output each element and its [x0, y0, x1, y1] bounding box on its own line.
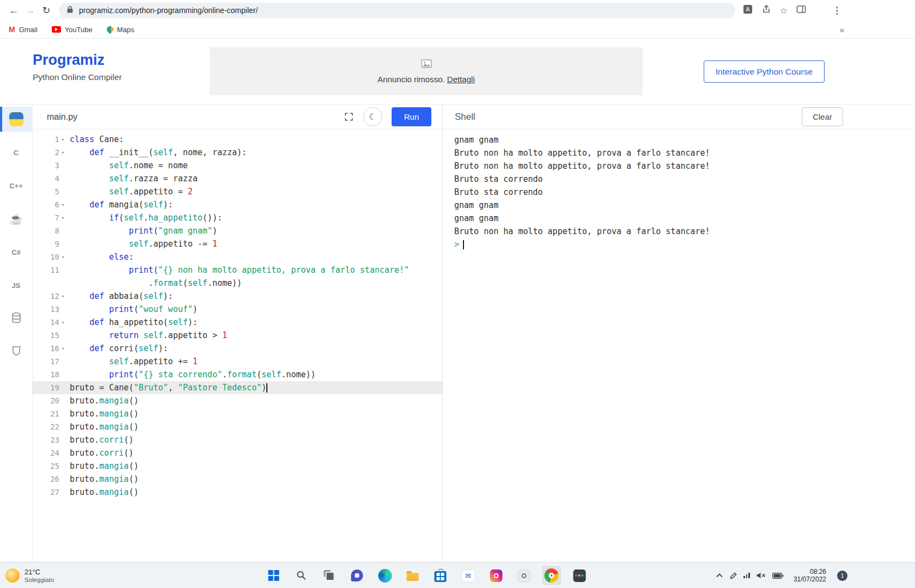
code-line[interactable]: 23bruto.corri(): [33, 433, 442, 446]
fold-toggle-icon[interactable]: ▾: [59, 316, 66, 329]
line-gutter: 15: [33, 329, 66, 342]
code-line[interactable]: 24bruto.corri(): [33, 446, 442, 460]
fold-toggle-icon[interactable]: ▾: [59, 211, 66, 224]
line-gutter: 22: [33, 420, 66, 433]
task-view-button[interactable]: [320, 566, 339, 585]
code-line[interactable]: 10▾ else:: [33, 250, 442, 264]
reload-icon[interactable]: ↻: [38, 2, 54, 19]
instagram-button[interactable]: [487, 566, 505, 585]
code-line[interactable]: 20bruto.mangia(): [33, 394, 442, 407]
battery-icon[interactable]: [772, 573, 784, 579]
cellular-icon[interactable]: [743, 573, 750, 578]
code-line[interactable]: 19bruto = Cane("Bruto", "Pastore Tedesco…: [33, 381, 442, 394]
fold-toggle-icon[interactable]: ▾: [59, 342, 66, 355]
fold-toggle-icon[interactable]: ▾: [59, 133, 66, 146]
line-gutter: 10▾: [33, 250, 66, 264]
edge-button[interactable]: [376, 566, 394, 585]
code-line[interactable]: 8 print("gnam gnam"): [33, 224, 442, 237]
code-line[interactable]: .format(self.nome)): [33, 277, 442, 290]
star-icon[interactable]: ☆: [780, 5, 788, 16]
chrome-icon: [545, 568, 559, 583]
shell-output[interactable]: gnam gnamBruto non ha molto appetito, pr…: [443, 130, 915, 562]
code-line[interactable]: 4 self.razza = razza: [33, 172, 442, 185]
url-bar[interactable]: programiz.com/python-programming/online-…: [59, 3, 735, 19]
line-gutter: 12▾: [33, 290, 66, 303]
bookmark-youtube[interactable]: YouTube: [52, 26, 93, 34]
sidebar-item-python[interactable]: [0, 107, 32, 132]
dark-mode-icon[interactable]: ☾: [363, 107, 382, 126]
code-line[interactable]: 9 self.appetito -= 1: [33, 237, 442, 250]
translate-icon[interactable]: A: [743, 4, 753, 16]
volume-muted-icon[interactable]: [756, 572, 766, 579]
fullscreen-icon[interactable]: [344, 112, 354, 122]
code-text: print("{} sta correndo".format(self.nome…: [66, 368, 316, 381]
share-icon[interactable]: [761, 4, 771, 16]
code-line[interactable]: 18 print("{} sta correndo".format(self.n…: [33, 368, 442, 381]
fold-toggle-icon[interactable]: ▾: [59, 250, 66, 264]
fold-toggle-icon[interactable]: ▾: [59, 290, 66, 303]
taskbar-clock[interactable]: 08:26 31/07/2022: [794, 568, 826, 583]
svg-text:A: A: [746, 6, 750, 13]
mail-button[interactable]: ✉: [459, 566, 478, 585]
back-icon[interactable]: ←: [5, 2, 22, 19]
bookmark-gmail[interactable]: M Gmail: [9, 25, 38, 34]
side-panel-icon[interactable]: [796, 4, 806, 16]
start-button[interactable]: [265, 566, 283, 585]
bookmark-maps[interactable]: Maps: [107, 26, 135, 34]
fold-toggle-icon[interactable]: ▾: [59, 198, 66, 211]
fold-toggle-icon[interactable]: ▾: [59, 146, 66, 159]
apps-button[interactable]: [570, 566, 589, 585]
code-line[interactable]: 12▾ def abbaia(self):: [33, 290, 442, 303]
code-line[interactable]: 11 print("{} non ha molto appetito, prov…: [33, 264, 442, 277]
sidebar-item-sql[interactable]: [0, 306, 32, 331]
sidebar-item-html[interactable]: [0, 339, 32, 364]
code-line[interactable]: 16▾ def corri(self):: [33, 342, 442, 355]
interactive-course-button[interactable]: Interactive Python Course: [704, 60, 825, 83]
search-button[interactable]: [292, 566, 311, 585]
file-explorer-button[interactable]: [404, 566, 422, 585]
code-line[interactable]: 15 return self.appetito > 1: [33, 329, 442, 342]
weather-widget[interactable]: 21°C Soleggiato: [5, 562, 54, 588]
chat-button[interactable]: [348, 566, 367, 585]
sidebar-item-javascript[interactable]: JS: [0, 273, 32, 298]
camera-app-button[interactable]: [515, 566, 533, 585]
code-line[interactable]: 3 self.nome = nome: [33, 159, 442, 172]
code-line[interactable]: 1▾class Cane:: [33, 133, 442, 146]
code-line[interactable]: 14▾ def ha_appetito(self):: [33, 316, 442, 329]
store-button[interactable]: [431, 566, 450, 585]
line-gutter: 11: [33, 264, 66, 277]
code-line[interactable]: 21bruto.mangia(): [33, 407, 442, 420]
run-button[interactable]: Run: [392, 107, 431, 126]
url-text[interactable]: programiz.com/python-programming/online-…: [79, 6, 258, 15]
shell-prompt-line[interactable]: >: [454, 238, 915, 251]
code-line[interactable]: 25bruto.mangia(): [33, 460, 442, 473]
sidebar-item-c[interactable]: C: [0, 140, 32, 165]
code-line[interactable]: 2▾ def __init__(self, nome, razza):: [33, 146, 442, 159]
code-line[interactable]: 26bruto.mangia(): [33, 473, 442, 486]
code-line[interactable]: 27bruto.mangia(): [33, 486, 442, 499]
forward-icon[interactable]: →: [22, 2, 38, 19]
code-line[interactable]: 6▾ def mangia(self):: [33, 198, 442, 211]
code-text: self.appetito -= 1: [66, 237, 217, 250]
code-line[interactable]: 17 self.appetito += 1: [33, 355, 442, 368]
page-title: Python Online Compiler: [33, 72, 122, 82]
sidebar-item-csharp[interactable]: C#: [0, 240, 32, 265]
sidebar-item-java[interactable]: ☕: [0, 206, 32, 231]
code-editor[interactable]: 1▾class Cane:2▾ def __init__(self, nome,…: [33, 130, 442, 562]
windows-taskbar: 21°C Soleggiato ✉: [0, 562, 915, 588]
ad-details-link[interactable]: Dettagli: [447, 75, 475, 84]
clear-button[interactable]: Clear: [802, 107, 843, 126]
code-line[interactable]: 13 print("wouf wouf"): [33, 303, 442, 316]
code-line[interactable]: 7▾ if(self.ha_appetito()):: [33, 211, 442, 224]
notification-badge[interactable]: 1: [837, 571, 847, 581]
code-line[interactable]: 5 self.appetito = 2: [33, 185, 442, 198]
sidebar-item-cpp[interactable]: C++: [0, 173, 32, 198]
more-bookmarks-icon[interactable]: »: [840, 25, 844, 34]
pen-icon[interactable]: [729, 572, 737, 580]
programiz-logo[interactable]: Programiz Python Online Compiler: [33, 52, 122, 82]
menu-icon[interactable]: ⋮: [832, 5, 842, 16]
chrome-button[interactable]: [542, 566, 561, 585]
bookmark-label: YouTube: [65, 26, 93, 34]
chevron-up-icon[interactable]: [716, 572, 723, 579]
code-line[interactable]: 22bruto.mangia(): [33, 420, 442, 433]
